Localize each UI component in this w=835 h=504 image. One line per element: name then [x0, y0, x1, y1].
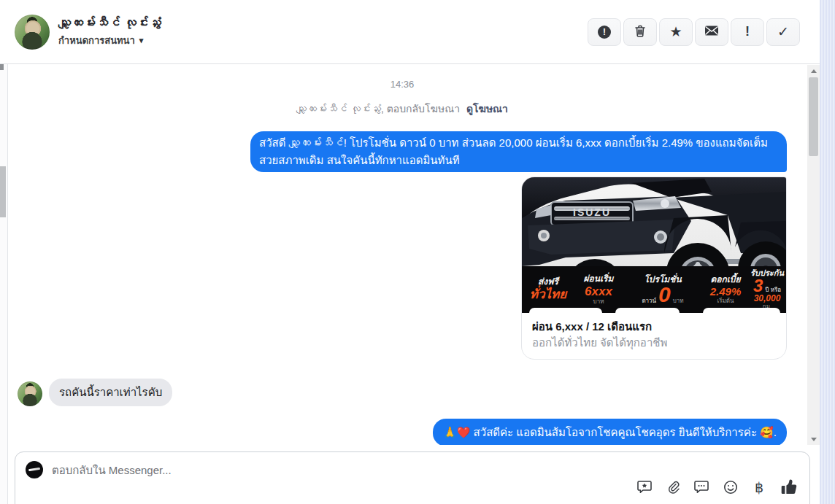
outgoing-promo-bubble[interactable]: สวัสดี သျႂႇထၢမ်းသီင်! โปรโมชั่น ดาวน์ 0 … [250, 131, 787, 172]
outgoing-message-row: สวัสดี သျႂႇထၢမ်းသီင်! โปรโมชั่น ดาวน์ 0 … [18, 117, 787, 172]
contact-info: သျႂႇထၢမ်းသီင် လုင်းသွံႇ กำหนดการสนทนา ▾ [15, 15, 161, 50]
chat-scrollbar[interactable] [807, 65, 820, 445]
envelope-icon [704, 25, 719, 39]
conversation-schedule-dropdown[interactable]: กำหนดการสนทนา ▾ [58, 33, 143, 48]
chevron-down-icon: ▾ [139, 36, 144, 45]
exclamation-icon: ! [745, 24, 750, 39]
outgoing-greeting-row: 🙏❤️ สวัสดีค่ะ แอดมินส้มโอจากโชคคูณโชคอุด… [18, 406, 787, 445]
composer: ฿ [15, 451, 810, 504]
mark-unread-button[interactable] [695, 18, 728, 46]
ribbon-warranty: รับประกัน 3 ปี หรือ 30,000 กม. [748, 268, 786, 310]
mark-done-button[interactable]: ✓ [766, 18, 800, 46]
scrollbar-thumb[interactable] [809, 77, 818, 156]
promo-ribbon: ส่งฟรี ทั่วไทย ผ่อนเริ่ม 6xxx บาท โปรโมช… [522, 266, 786, 313]
ad-card[interactable]: ISUZU [521, 177, 787, 360]
ad-card-row: ISUZU [18, 172, 787, 360]
ad-card-subtitle: ออกได้ทั่วไทย จัดได้ทุกอาชีพ [532, 335, 776, 350]
left-scrollbar-thumb[interactable] [0, 166, 6, 217]
reply-input[interactable] [52, 464, 799, 476]
messenger-chat-window: သျႂႇထၢမ်းသီင် လုင်းသွံႇ กำหนดการสนทนา ▾ … [0, 0, 835, 504]
quick-replies-icon[interactable] [693, 478, 711, 496]
contact-avatar[interactable] [15, 15, 50, 50]
outgoing-greeting-bubble[interactable]: 🙏❤️ สวัสดีค่ะ แอดมินส้มโอจากโชคคูณโชคอุด… [433, 419, 787, 445]
ribbon-installment: ผ่อนเริ่ม 6xxx บาท [574, 274, 623, 306]
like-icon[interactable] [779, 477, 799, 497]
check-icon: ✓ [777, 25, 789, 39]
attach-icon[interactable] [665, 478, 682, 496]
trash-icon [634, 24, 647, 40]
ad-card-title: ผ่อน 6,xxx / 12 เดือนแรก [532, 319, 776, 335]
exclamation-circle-icon: ! [598, 26, 611, 39]
ribbon-free-shipping: ส่งฟรี ทั่วไทย [522, 277, 574, 301]
isuzu-logo-text: ISUZU [573, 206, 611, 218]
view-ad-link[interactable]: ดูโฆษณา [466, 103, 508, 115]
incoming-message-bubble[interactable]: รถคันนี้ราคาเท่าไรคับ [49, 379, 172, 406]
scroll-up-button[interactable] [807, 65, 820, 77]
truck-photo: ISUZU [522, 177, 786, 313]
ribbon-interest: ดอกเบี้ย 2.49% เริ่มต้น [703, 275, 748, 304]
composer-toolbar: ฿ [636, 477, 799, 497]
message-list[interactable]: 14:36 သျႂႇထၢမ်းသီင် လုင်းသွံႇ, ตอบกลับโฆ… [9, 65, 807, 445]
ribbon-promotion: โปรโมชั่น ดาวน์ 0 บาท [623, 275, 703, 305]
ribbon-tab [529, 308, 602, 313]
star-button[interactable]: ★ [659, 18, 693, 46]
page-logo-avatar [26, 461, 43, 478]
contact-avatar-small[interactable] [18, 381, 42, 406]
ad-context-line: သျႂႇထၢမ်းသီင် လုင်းသွံႇ, ตอบกลับโฆษณา ดู… [18, 101, 787, 117]
emoji-icon[interactable] [722, 478, 739, 496]
scroll-down-button[interactable] [807, 433, 820, 445]
ribbon-tab [615, 308, 680, 313]
contact-name[interactable]: သျႂႇထၢမ်းသီင် လုင်းသွံႇ [58, 15, 161, 31]
left-scrollbar-mark [0, 63, 4, 70]
page-background-strip [820, 0, 835, 504]
ad-context-sender: သျႂႇထၢမ်းသီင် လုင်းသွံႇ [296, 103, 381, 115]
ad-card-meta: ผ่อน 6,xxx / 12 เดือนแรก ออกได้ทั่วไทย จ… [522, 313, 786, 359]
timestamp: 14:36 [18, 79, 787, 90]
ad-context-text: , ตอบกลับโฆษณา [381, 103, 460, 115]
mark-spam-button[interactable]: ! [731, 18, 764, 46]
payment-icon[interactable]: ฿ [750, 478, 768, 496]
star-icon: ★ [669, 25, 682, 39]
report-button[interactable]: ! [588, 18, 621, 46]
delete-button[interactable] [623, 18, 657, 46]
left-panel-scrollbar[interactable] [0, 0, 8, 504]
ribbon-tab [703, 308, 780, 313]
chat-header: သျႂႇထၢမ်းသီင် လုင်းသွံႇ กำหนดการสนทนา ▾ … [0, 0, 820, 64]
conversation-actions: ! ★ ! ✓ [588, 18, 800, 46]
saved-reply-icon[interactable] [636, 478, 654, 496]
incoming-message-row: รถคันนี้ราคาเท่าไรคับ [18, 379, 787, 406]
dropdown-label: กำหนดการสนทนา [58, 33, 135, 48]
